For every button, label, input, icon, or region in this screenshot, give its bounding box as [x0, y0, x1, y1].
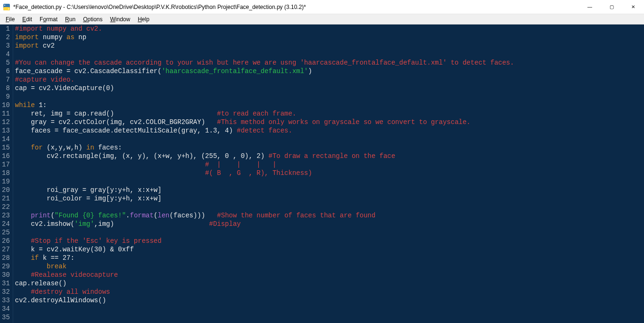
line-number: 17 [2, 160, 10, 169]
line-number-gutter: 1234567891011121314151617181920212223242… [0, 25, 13, 323]
code-token: #capture video. [15, 76, 74, 83]
code-line[interactable] [15, 203, 644, 211]
line-number: 14 [2, 135, 10, 143]
line-number: 24 [2, 220, 10, 228]
menu-options[interactable]: Options [79, 15, 106, 24]
code-line[interactable] [15, 313, 644, 322]
code-token: while [15, 101, 35, 109]
code-line[interactable] [15, 135, 644, 143]
code-line[interactable]: print("Found {0} faces!".format(len(face… [15, 211, 644, 220]
menu-help[interactable]: Help [134, 15, 153, 24]
code-token: ) [308, 67, 312, 75]
code-line[interactable]: ret, img = cap.read() #to read each fram… [15, 109, 644, 118]
code-token: for [31, 144, 42, 151]
line-number: 27 [2, 245, 10, 254]
code-token: break [47, 263, 66, 270]
code-token: #import numpy and cv2. [15, 25, 102, 33]
code-token: 'img' [74, 220, 94, 228]
line-number: 3 [2, 41, 10, 50]
line-number: 9 [2, 92, 10, 101]
code-line[interactable] [15, 305, 644, 313]
line-number: 12 [2, 118, 10, 126]
code-line[interactable]: import cv2 [15, 41, 644, 50]
code-line[interactable]: #Realease videocapture [15, 271, 644, 279]
code-line[interactable] [15, 50, 644, 58]
line-number: 19 [2, 177, 10, 186]
code-token: ,img) [94, 220, 209, 228]
code-line[interactable]: roi_color = img[y:y+h, x:x+w] [15, 194, 644, 203]
menu-window[interactable]: Window [107, 15, 134, 24]
code-line[interactable]: #Stop if the 'Esc' key is pressed [15, 237, 644, 245]
code-token: ( [50, 212, 54, 219]
line-number: 2 [2, 33, 10, 41]
code-token: #destroy all windows [31, 288, 110, 296]
code-token: k == 27: [39, 254, 74, 262]
code-token: (x,y,w,h) [43, 144, 86, 151]
code-token: gray = cv2.cvtColor(img, cv2.COLOR_BGR2G… [15, 118, 217, 126]
code-line[interactable]: #capture video. [15, 75, 644, 84]
code-token: #to read each frame. [217, 110, 296, 117]
code-line[interactable]: cap.release() [15, 279, 644, 288]
line-number: 16 [2, 152, 10, 160]
code-line[interactable]: cv2.rectangle(img, (x, y), (x+w, y+h), (… [15, 152, 644, 160]
menu-file[interactable]: File [2, 15, 18, 24]
minimize-button[interactable]: — [579, 0, 601, 14]
line-number: 34 [2, 305, 10, 313]
code-token: 'haarcascade_frontalface_default.xml' [162, 67, 308, 75]
code-line[interactable]: face_cascade = cv2.CascadeClassifier('ha… [15, 67, 644, 75]
code-token [15, 263, 47, 270]
svg-rect-1 [3, 7, 10, 10]
code-token [15, 254, 31, 262]
line-number: 1 [2, 25, 10, 33]
code-token: cv2.imshow( [15, 220, 74, 228]
line-number: 8 [2, 84, 10, 92]
code-line[interactable]: if k == 27: [15, 254, 644, 262]
code-line[interactable]: k = cv2.waitKey(30) & 0xff [15, 245, 644, 254]
menu-bar: File Edit Format Run Options Window Help [0, 14, 644, 25]
svg-point-3 [8, 8, 9, 9]
code-line[interactable]: cv2.destroyAllWindows() [15, 296, 644, 305]
line-number: 29 [2, 262, 10, 271]
menu-edit[interactable]: Edit [18, 15, 36, 24]
app-icon [3, 3, 10, 11]
line-number: 7 [2, 75, 10, 84]
code-token: cv2.destroyAllWindows() [15, 297, 106, 304]
code-token: #This method only works on grayscale so … [217, 118, 471, 126]
code-area[interactable]: #import numpy and cv2.import numpy as np… [13, 25, 644, 323]
code-token [15, 237, 31, 245]
code-token: "Found {0} faces!" [55, 212, 126, 219]
line-number: 32 [2, 288, 10, 296]
code-line[interactable]: roi_gray = gray[y:y+h, x:x+w] [15, 186, 644, 194]
menu-format[interactable]: Format [36, 15, 61, 24]
code-line[interactable]: import numpy as np [15, 33, 644, 41]
code-line[interactable]: gray = cv2.cvtColor(img, cv2.COLOR_BGR2G… [15, 118, 644, 126]
menu-run[interactable]: Run [61, 15, 79, 24]
line-number: 10 [2, 101, 10, 109]
line-number: 20 [2, 186, 10, 194]
code-line[interactable]: #destroy all windows [15, 288, 644, 296]
code-line[interactable] [15, 92, 644, 101]
line-number: 26 [2, 237, 10, 245]
code-line[interactable]: faces = face_cascade.detectMultiScale(gr… [15, 126, 644, 135]
code-line[interactable]: #( B , G , R), Thickness) [15, 169, 644, 177]
code-token: in [86, 144, 94, 151]
code-line[interactable]: cap = cv2.VideoCapture(0) [15, 84, 644, 92]
code-line[interactable]: #import numpy and cv2. [15, 25, 644, 33]
code-line[interactable]: #You can change the cascade according to… [15, 58, 644, 67]
line-number: 35 [2, 313, 10, 322]
code-line[interactable] [15, 177, 644, 186]
code-line[interactable]: # | | | | [15, 160, 644, 169]
code-line[interactable]: for (x,y,w,h) in faces: [15, 143, 644, 152]
close-button[interactable]: ✕ [622, 0, 644, 14]
maximize-button[interactable]: ▢ [601, 0, 622, 14]
line-number: 4 [2, 50, 10, 58]
code-token: cv2 [39, 42, 55, 50]
code-line[interactable] [15, 228, 644, 237]
code-line[interactable]: break [15, 262, 644, 271]
code-token: # | | | | [205, 161, 276, 168]
code-line[interactable]: cv2.imshow('img',img) #Display [15, 220, 644, 228]
code-editor[interactable]: 1234567891011121314151617181920212223242… [0, 25, 644, 323]
window-titlebar: *Face_detection.py - C:\Users\lenovo\One… [0, 0, 644, 14]
code-line[interactable]: while 1: [15, 101, 644, 109]
line-number: 5 [2, 58, 10, 67]
